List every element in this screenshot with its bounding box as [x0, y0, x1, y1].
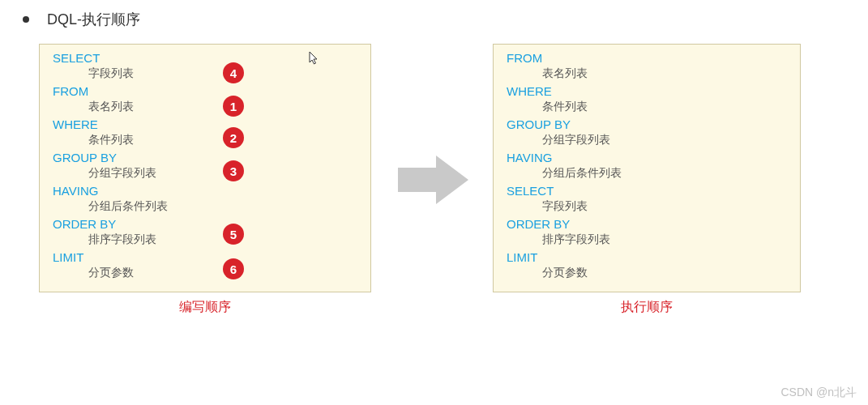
keyword: FROM [507, 51, 787, 65]
clause-desc: 表名列表 [507, 65, 787, 83]
clause-desc: 分组后条件列表 [53, 198, 357, 215]
keyword: HAVING [53, 184, 357, 198]
clause-orderby: ORDER BY 排序字段列表 [507, 217, 787, 249]
keyword: HAVING [507, 151, 787, 164]
svg-marker-0 [398, 156, 468, 204]
watermark-text: CSDN @n北斗 [780, 386, 857, 400]
order-badge-6: 6 [223, 258, 244, 279]
writing-order-panel: SELECT 字段列表 4 FROM 表名列表 1 WHERE 条件列表 2 G… [39, 44, 371, 292]
clause-where: WHERE 条件列表 2 [53, 117, 357, 149]
order-badge-2: 2 [223, 127, 244, 148]
clause-orderby: ORDER BY 排序字段列表 5 [53, 217, 357, 249]
clause-desc: 字段列表 [53, 65, 357, 83]
keyword: GROUP BY [507, 117, 787, 131]
clause-limit: LIMIT 分页参数 [507, 250, 787, 282]
right-caption: 执行顺序 [493, 299, 801, 316]
clause-desc: 分组字段列表 [507, 131, 787, 149]
page-title-row: DQL-执行顺序 [16, 10, 852, 29]
clause-limit: LIMIT 分页参数 6 [53, 250, 357, 282]
order-badge-4: 4 [223, 62, 244, 83]
diagram-main: SELECT 字段列表 4 FROM 表名列表 1 WHERE 条件列表 2 G… [16, 44, 852, 316]
right-column: FROM 表名列表 WHERE 条件列表 GROUP BY 分组字段列表 HAV… [493, 44, 801, 316]
clause-desc: 分页参数 [507, 264, 787, 282]
clause-desc: 分组字段列表 [53, 164, 357, 182]
order-badge-1: 1 [223, 96, 244, 117]
bullet-icon [23, 16, 29, 23]
left-caption: 编写顺序 [39, 299, 371, 316]
keyword: ORDER BY [53, 217, 357, 231]
clause-desc: 排序字段列表 [53, 231, 357, 249]
clause-select: SELECT 字段列表 4 [53, 51, 357, 83]
page-title: DQL-执行顺序 [47, 10, 140, 29]
clause-desc: 排序字段列表 [507, 231, 787, 249]
execution-order-panel: FROM 表名列表 WHERE 条件列表 GROUP BY 分组字段列表 HAV… [493, 44, 801, 292]
clause-groupby: GROUP BY 分组字段列表 3 [53, 151, 357, 182]
keyword: LIMIT [53, 250, 357, 264]
keyword: GROUP BY [53, 151, 357, 164]
arrow-right-icon [391, 151, 472, 208]
order-badge-5: 5 [223, 224, 244, 245]
keyword: SELECT [53, 51, 357, 65]
clause-desc: 分组后条件列表 [507, 164, 787, 182]
clause-select: SELECT 字段列表 [507, 184, 787, 215]
keyword: FROM [53, 84, 357, 98]
arrow-wrap [371, 151, 493, 208]
clause-desc: 分页参数 [53, 264, 357, 282]
clause-groupby: GROUP BY 分组字段列表 [507, 117, 787, 149]
keyword: ORDER BY [507, 217, 787, 231]
clause-where: WHERE 条件列表 [507, 84, 787, 116]
clause-desc: 条件列表 [53, 131, 357, 149]
clause-desc: 表名列表 [53, 98, 357, 116]
order-badge-3: 3 [223, 160, 244, 181]
clause-having: HAVING 分组后条件列表 [507, 151, 787, 182]
keyword: SELECT [507, 184, 787, 198]
clause-from: FROM 表名列表 [507, 51, 787, 83]
clause-desc: 条件列表 [507, 98, 787, 116]
keyword: LIMIT [507, 250, 787, 264]
clause-from: FROM 表名列表 1 [53, 84, 357, 116]
clause-desc: 字段列表 [507, 198, 787, 215]
keyword: WHERE [53, 117, 357, 131]
clause-having: HAVING 分组后条件列表 [53, 184, 357, 215]
left-column: SELECT 字段列表 4 FROM 表名列表 1 WHERE 条件列表 2 G… [39, 44, 371, 316]
keyword: WHERE [507, 84, 787, 98]
